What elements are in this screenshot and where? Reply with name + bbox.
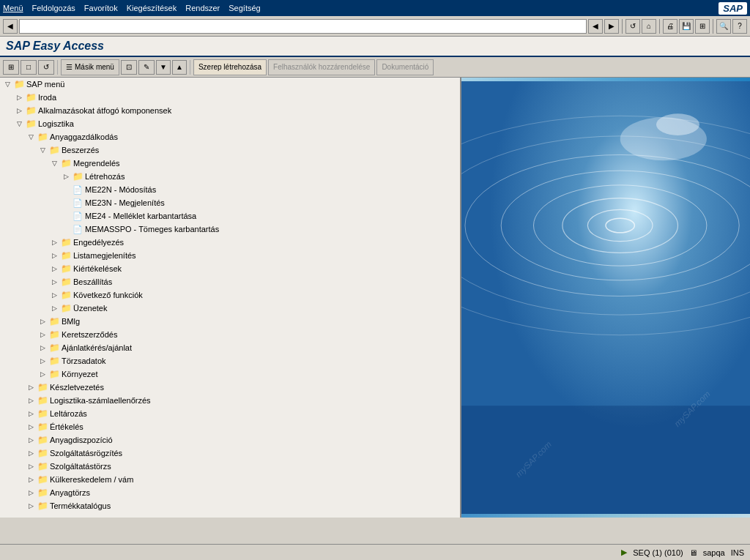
tree-item-termekKatalogus[interactable]: ▷📁Termékkatalógus [0,499,460,512]
tree-item-szolgaltatasrogzites[interactable]: ▷📁Szolgáltatásrögzítés [0,447,460,460]
nav-print-btn[interactable]: 🖨 [663,19,677,34]
tree-item-memasspo[interactable]: 📄MEMASSPO - Tömeges karbantartás [0,223,460,236]
tree-label-anyagtorzs: Anyagtörzs [50,488,90,497]
tree-label-letrehozas: Létrehozás [85,172,125,181]
tree-item-me23n[interactable]: 📄ME23N - Megjelenítés [0,196,460,209]
tree-item-anyagtorzs[interactable]: ▷📁Anyagtörzs [0,486,460,499]
tree-item-anyagdiszpozicio[interactable]: ▷📁Anyagdiszpozíció [0,433,460,447]
tree-label-megrendeles: Megrendelés [73,159,120,168]
tree-toggle-kiértékelések[interactable]: ▷ [48,263,60,275]
menu-item-feldolgozas[interactable]: Feldolgozás [32,4,75,12]
tree-item-kiértékelések[interactable]: ▷📁Kiértékelések [0,262,460,275]
tree-item-letrehozas[interactable]: ▷📁Létrehozás [0,170,460,183]
tree-item-listamegjelenítés[interactable]: ▷📁Listamegjelenítés [0,249,460,262]
nav-forward-btn[interactable]: ▶ [604,19,619,34]
menu-item-favorítok[interactable]: Favorítok [84,4,118,12]
tree-toggle-szolgaltatasrogzites[interactable]: ▷ [25,447,37,459]
tree-item-keretszerződés[interactable]: ▷📁Keretszerződés [0,328,460,341]
transaction-input[interactable] [19,19,587,34]
tree-toggle-uzenetek[interactable]: ▷ [48,302,60,314]
nav-back-btn[interactable]: ◀ [588,19,603,34]
tree-item-ajanlatkeres[interactable]: ▷📁Ajánlatkérés/ajánlat [0,341,460,354]
tree-item-iroda[interactable]: ▷📁Iroda [0,91,460,104]
role-create-button[interactable]: Szerep létrehozása [193,59,267,75]
toolbar-btn2[interactable]: □ [21,60,37,75]
nav-find-btn[interactable]: 🔍 [716,19,731,34]
nav-help-btn[interactable]: ? [732,19,747,34]
tree-item-megrendeles[interactable]: ▽📁Megrendelés [0,157,460,170]
tree-toggle-értékelés[interactable]: ▷ [25,421,37,433]
tree-item-logisztika-szamla[interactable]: ▷📁Logisztika-számlaellenőrzés [0,394,460,407]
doc-icon: 📄 [72,211,83,221]
tree-toggle-kovetkezo[interactable]: ▷ [48,289,60,301]
tree-item-uzenetek[interactable]: ▷📁Üzenetek [0,302,460,315]
tree-item-engedélyezés[interactable]: ▷📁Engedélyezés [0,236,460,249]
folder-icon: 📁 [37,501,48,511]
tree-toggle-sap-menu[interactable]: ▽ [1,78,13,90]
user-assign-button[interactable]: Felhasználók hozzárendelése [268,59,375,75]
toolbar-btn7[interactable]: ▲ [172,60,187,75]
tree-toggle-termekKatalogus[interactable]: ▷ [25,500,37,512]
tree-item-sap-menu[interactable]: ▽📁SAP menü [0,78,460,91]
tree-toggle-megrendeles[interactable]: ▽ [48,157,60,169]
toolbar-btn3[interactable]: ↺ [38,60,54,75]
tree-toggle-letrehozas[interactable]: ▷ [60,171,72,182]
menu-item-rendszer[interactable]: Rendszer [185,4,220,12]
tree-toggle-leltarozas[interactable]: ▷ [25,408,37,419]
tree-item-értékelés[interactable]: ▷📁Értékelés [0,420,460,433]
tree-item-me24[interactable]: 📄ME24 - Melléklet karbantartása [0,209,460,223]
tree-item-kovetkezo[interactable]: ▷📁Következő funkciók [0,288,460,302]
folder-icon: 📁 [60,237,72,247]
menu-item-kiegeszitesek[interactable]: Kiegészítések [127,4,177,12]
tree-item-szolgaltatasstorzs[interactable]: ▷📁Szolgáltatástörzs [0,460,460,473]
toolbar-btn4[interactable]: ⊡ [121,60,137,75]
nav-btn3[interactable]: ⊞ [695,19,710,34]
tree-toggle-keretszerződés[interactable]: ▷ [37,329,48,340]
nav-home-btn[interactable]: ⌂ [642,19,656,34]
toolbar-btn6[interactable]: ▼ [156,60,171,75]
tree-item-anyaggazdalkodas[interactable]: ▽📁Anyaggazdálkodás [0,130,460,143]
nav-refresh-btn[interactable]: ↺ [625,19,640,34]
tree-toggle-anyaggazdalkodas[interactable]: ▽ [25,131,37,143]
tree-toggle-bmlg[interactable]: ▷ [37,316,48,327]
tree-scroll[interactable]: ▽📁SAP menü▷📁Iroda▷📁Alkalmazásokat átfogó… [0,78,460,518]
tree-toggle-engedélyezés[interactable]: ▷ [48,236,60,248]
tree-item-me22n[interactable]: 📄ME22N - Módosítás [0,183,460,196]
tree-item-beszerzés[interactable]: ▽📁Beszerzés [0,143,460,157]
tree-toggle-szolgaltatasstorzs[interactable]: ▷ [25,460,37,472]
action-toolbar: ⊞ □ ↺ ☰ Másik menü ⊡ ✎ ▼ ▲ Szerep létreh… [0,57,750,78]
menu-item-segitseg[interactable]: Segítség [229,4,260,12]
tree-item-leltarozas[interactable]: ▷📁Leltározás [0,407,460,420]
documentation-button[interactable]: Dokumentáció [376,59,434,75]
tree-toggle-alkalmazasok[interactable]: ▷ [13,105,25,116]
tree-item-kulkereskedelem[interactable]: ▷📁Külkereskedelem / vám [0,473,460,486]
tree-toggle-iroda[interactable]: ▷ [13,92,25,103]
nav-save-btn[interactable]: 💾 [679,19,694,34]
tree-toggle-beszerzés[interactable]: ▽ [37,144,48,156]
tree-item-alkalmazasok[interactable]: ▷📁Alkalmazásokat átfogó komponensek [0,104,460,117]
tree-item-bmlg[interactable]: ▷📁BMlg [0,315,460,328]
menu-item-menu[interactable]: Menü [3,4,23,12]
tree-toggle-beszállítás[interactable]: ▷ [48,276,60,288]
tree-item-beszállítás[interactable]: ▷📁Beszállítás [0,275,460,288]
tree-toggle-kulkereskedelem[interactable]: ▷ [25,474,37,485]
tree-spacer [60,184,72,195]
tree-toggle-keszletvezetés[interactable]: ▷ [25,381,37,393]
tree-toggle-logisztika[interactable]: ▽ [13,118,25,130]
toolbar-btn5[interactable]: ✎ [138,60,155,75]
tree-item-keszletvezetés[interactable]: ▷📁Készletvezetés [0,381,460,394]
back-button[interactable]: ◀ [3,19,18,34]
tree-item-torzsadatok[interactable]: ▷📁Törzsadatok [0,354,460,367]
tree-toggle-ajanlatkeres[interactable]: ▷ [37,342,48,354]
tree-item-kornyezet[interactable]: ▷📁Környezet [0,367,460,381]
tree-toggle-kornyezet[interactable]: ▷ [37,368,48,380]
tree-item-logisztika[interactable]: ▽📁Logisztika [0,117,460,130]
tree-toggle-listamegjelenítés[interactable]: ▷ [48,250,60,261]
other-menu-button[interactable]: ☰ Másik menü [61,59,119,75]
tree-toggle-torzsadatok[interactable]: ▷ [37,355,48,367]
toolbar-btn1[interactable]: ⊞ [3,60,19,75]
tree-toggle-logisztika-szamla[interactable]: ▷ [25,395,37,406]
tree-toggle-anyagdiszpozicio[interactable]: ▷ [25,434,37,446]
tree-toggle-anyagtorzs[interactable]: ▷ [25,487,37,499]
doc-icon: 📄 [72,184,83,195]
